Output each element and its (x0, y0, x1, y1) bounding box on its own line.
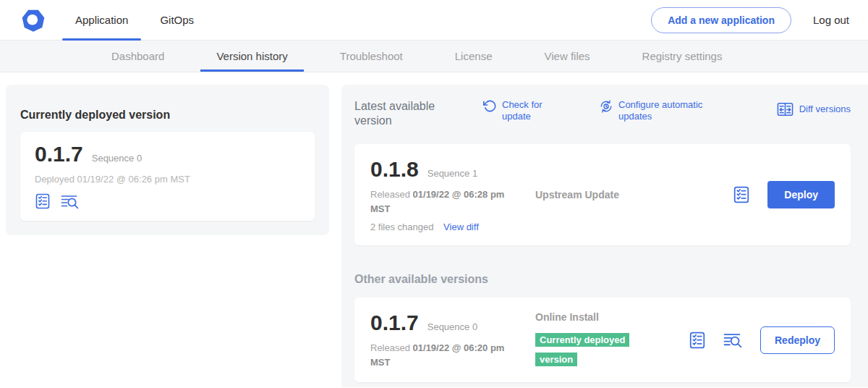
app-subnav: Dashboard Version history Troubleshoot L… (0, 41, 868, 72)
other-released-date: Released 01/19/22 @ 06:20 pm MST (370, 341, 508, 369)
latest-version-source: Upstream Update (535, 188, 733, 201)
other-versions-title: Other available versions (354, 273, 851, 286)
logout-link[interactable]: Log out (813, 14, 849, 26)
subnav-item-dashboard[interactable]: Dashboard (85, 41, 190, 72)
available-versions-panel: Latest available version Check for updat… (341, 85, 868, 387)
currently-deployed-badge-wrap: Currently deployed version (535, 329, 644, 368)
deployed-sequence-label: Sequence 0 (92, 153, 142, 164)
currently-deployed-title: Currently deployed version (20, 109, 315, 122)
other-sequence-label: Sequence 0 (427, 321, 477, 332)
top-bar-right: Add a new application Log out (651, 7, 868, 33)
check-for-update-label: Check for update (502, 99, 554, 123)
view-logs-icon[interactable] (61, 193, 80, 209)
upstream-update-label: Upstream Update (535, 189, 619, 201)
deployed-version-card: 0.1.7 Sequence 0 Deployed 01/19/22 @ 06:… (20, 132, 315, 221)
deployed-card-actions (35, 193, 300, 209)
tab-gitops[interactable]: GitOps (144, 0, 210, 40)
latest-released-date: Released 01/19/22 @ 06:28 pm MST (370, 187, 508, 216)
diff-versions-link[interactable]: Diff versions (777, 102, 851, 117)
latest-version-info: 0.1.8 Sequence 1 Released 01/19/22 @ 06:… (370, 157, 535, 232)
view-diff-link[interactable]: View diff (443, 222, 479, 232)
deploy-button[interactable]: Deploy (767, 181, 835, 208)
check-update-icon (483, 99, 497, 113)
add-application-button[interactable]: Add a new application (651, 7, 791, 33)
latest-version-number: 0.1.8 (370, 157, 419, 182)
other-version-number: 0.1.7 (370, 311, 419, 335)
subnav-item-license[interactable]: License (429, 41, 519, 72)
preflight-checks-icon[interactable] (689, 332, 706, 349)
top-tabs: Application GitOps (59, 0, 210, 40)
subnav-item-registry-settings[interactable]: Registry settings (616, 41, 749, 72)
tab-application[interactable]: Application (59, 0, 144, 40)
preflight-checks-icon[interactable] (35, 193, 51, 209)
subnav-item-version-history[interactable]: Version history (190, 41, 313, 72)
app-logo-icon (20, 7, 46, 33)
deployed-date: Deployed 01/19/22 @ 06:26 pm MST (35, 174, 300, 185)
version-row: 0.1.7 Sequence 0 (35, 142, 300, 166)
online-install-label: Online Install (535, 311, 689, 323)
other-version-source: Online Install Currently deployed versio… (535, 311, 689, 368)
latest-version-actions: Deploy (733, 181, 835, 208)
configure-automatic-updates-link[interactable]: Configure automatic updates (599, 99, 713, 123)
redeploy-button[interactable]: Redeploy (760, 326, 835, 354)
currently-deployed-badge: Currently deployed version (535, 333, 629, 366)
latest-sequence-label: Sequence 1 (427, 168, 477, 179)
other-version-card: 0.1.7 Sequence 0 Released 01/19/22 @ 06:… (354, 298, 851, 382)
check-for-update-link[interactable]: Check for update (483, 99, 554, 123)
diff-versions-label: Diff versions (799, 104, 851, 115)
subnav-item-troubleshoot[interactable]: Troubleshoot (314, 41, 429, 72)
diff-versions-icon (777, 102, 793, 117)
latest-available-title: Latest available version (354, 99, 463, 128)
latest-version-card: 0.1.8 Sequence 1 Released 01/19/22 @ 06:… (354, 144, 851, 245)
deployed-version-number: 0.1.7 (35, 142, 83, 166)
subnav-item-view-files[interactable]: View files (518, 41, 616, 72)
other-version-info: 0.1.7 Sequence 0 Released 01/19/22 @ 06:… (370, 311, 535, 369)
released-prefix: Released (370, 189, 410, 200)
files-changed-label: 2 files changed (370, 222, 433, 232)
configure-automatic-updates-label: Configure automatic updates (618, 99, 713, 123)
currently-deployed-panel: Currently deployed version 0.1.7 Sequenc… (6, 85, 329, 235)
view-logs-icon[interactable] (723, 332, 743, 348)
available-versions-header: Latest available version Check for updat… (354, 99, 851, 128)
automatic-updates-icon (599, 99, 613, 114)
preflight-checks-icon[interactable] (733, 186, 750, 203)
released-prefix: Released (370, 342, 410, 353)
files-changed-row: 2 files changed View diff (370, 222, 535, 232)
main-content: Currently deployed version 0.1.7 Sequenc… (0, 72, 868, 387)
top-bar: Application GitOps Add a new application… (0, 0, 868, 41)
other-version-actions: Redeploy (689, 326, 835, 354)
